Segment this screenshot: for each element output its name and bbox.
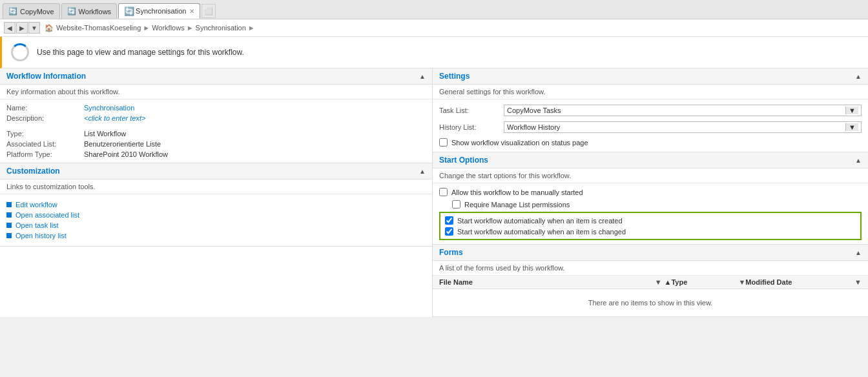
history-list-row: History List: Workflow History ▼ [433,119,868,136]
start-options-collapse[interactable]: ▲ [855,157,862,164]
main-content: Workflow Information ▲ Key information a… [0,68,868,317]
task-list-arrow: ▼ [845,107,858,114]
forms-table-header: File Name ▼ ▲ Type ▼ Modified Date ▼ [433,276,868,289]
info-row-type: Type: List Workflow [6,128,426,139]
forms-collapse[interactable]: ▲ [855,249,862,256]
show-visualization-checkbox[interactable] [439,138,448,147]
tab-copymove[interactable]: 🔄 CopyMove [3,3,60,19]
bullet-icon-task [6,223,12,228]
customization-title: Customization [6,167,60,176]
start-options-desc: Change the start options for this workfl… [433,168,868,183]
start-option-changed: Start workflow automatically when an ite… [442,226,858,237]
forms-desc: A list of the forms used by this workflo… [433,261,868,276]
workflow-platform-value: SharePoint 2010 Workflow [84,150,168,158]
start-options-header: Start Options ▲ [433,152,868,168]
start-option-created: Start workflow automatically when an ite… [442,215,858,226]
workflow-info-section: Workflow Information ▲ Key information a… [0,68,432,163]
forms-section: Forms ▲ A list of the forms used by this… [433,245,868,317]
customization-desc: Links to customization tools. [0,179,432,194]
customization-links: Edit workflow Open associated list Open … [0,194,432,246]
breadcrumb-sep-2: ► [187,24,194,32]
left-panel: Workflow Information ▲ Key information a… [0,68,433,317]
info-row-name: Name: Synchronisation [6,103,426,113]
tab-bar: 🔄 CopyMove 🔄 Workflows 🔄 Synchronisation… [0,0,868,19]
info-row-platform: Platform Type: SharePoint 2010 Workflow [6,149,426,159]
task-list-select[interactable]: CopyMove Tasks ▼ [504,105,862,116]
workflow-name-link[interactable]: Synchronisation [84,104,134,112]
forms-empty-message: There are no items to show in this view. [433,289,868,316]
customization-section: Customization ▲ Links to customization t… [0,163,432,247]
start-options-title: Start Options [439,156,488,165]
customization-collapse[interactable]: ▲ [419,168,426,175]
settings-desc: General settings for this workflow. [433,85,868,99]
highlighted-options-box: Start workflow automatically when an ite… [439,212,862,240]
workflows-tab-icon: 🔄 [67,7,76,16]
page-header-icon [10,42,30,63]
new-tab-icon: ⬜ [204,7,213,15]
page-header: Use this page to view and manage setting… [0,37,868,68]
breadcrumb-item-synchronisation[interactable]: Synchronisation [196,24,246,32]
workflow-info-header: Workflow Information ▲ [0,68,432,85]
workflow-type-value: List Workflow [84,130,126,138]
forms-col-sort-icon: ▲ [665,278,672,286]
breadcrumb-item-workflows[interactable]: Workflows [152,24,185,32]
forms-col-type: Type [671,278,736,286]
new-tab-button[interactable]: ⬜ [202,4,216,18]
link-edit-workflow: Edit workflow [6,199,426,210]
forms-col-modified: Modified Date [745,278,852,286]
forms-col-filename-arrow[interactable]: ▼ [655,278,662,286]
settings-header: Settings ▲ [433,68,868,85]
forms-title: Forms [439,248,463,257]
settings-title: Settings [439,72,470,81]
auto-changed-checkbox[interactable] [445,227,453,236]
show-visualization-row: Show workflow visualization on status pa… [433,136,868,149]
breadcrumb: 🏠 Website-ThomasKoeseling ► Workflows ► … [45,24,257,32]
spinner-icon [11,43,29,61]
require-manage-checkbox[interactable] [452,200,460,209]
tab-synchronisation[interactable]: 🔄 Synchronisation ✕ [118,3,200,19]
tab-workflows[interactable]: 🔄 Workflows [61,3,118,19]
bullet-icon-history [6,233,12,238]
link-open-task-list: Open task list [6,220,426,230]
settings-section: Settings ▲ General settings for this wor… [433,68,868,152]
link-open-history-list: Open history list [6,230,426,241]
down-button[interactable]: ▼ [28,22,40,34]
info-row-description: Description: <click to enter text> [6,113,426,123]
link-open-associated-list: Open associated list [6,210,426,220]
forms-col-type-arrow[interactable]: ▼ [738,278,745,286]
workflow-info-title: Workflow Information [6,72,86,81]
bullet-icon-associated [6,212,12,218]
workflow-info-desc: Key information about this workflow. [0,85,432,99]
edit-workflow-link[interactable]: Edit workflow [16,201,57,209]
info-row-associated-list: Associated List: Benutzerorientierte Lis… [6,139,426,149]
start-option-require-manage: Require Manage List permissions [433,198,868,210]
manually-started-checkbox[interactable] [439,188,448,196]
settings-collapse[interactable]: ▲ [855,73,862,80]
open-task-list-link[interactable]: Open task list [16,221,59,229]
open-associated-list-link[interactable]: Open associated list [16,211,79,219]
workflow-associated-list-value: Benutzerorientierte Liste [84,140,161,148]
back-button[interactable]: ◀ [4,22,16,34]
sync-tab-icon: 🔄 [124,6,133,15]
forward-button[interactable]: ▶ [16,22,28,34]
workflow-info-table: Name: Synchronisation Description: <clic… [0,99,432,163]
forms-col-modified-arrow[interactable]: ▼ [854,278,862,286]
nav-controls: ◀ ▶ ▼ [4,22,41,34]
breadcrumb-item-website[interactable]: Website-ThomasKoeseling [56,24,141,32]
breadcrumb-sep-1: ► [143,24,150,32]
forms-header: Forms ▲ [433,245,868,261]
bullet-icon-edit [6,202,12,207]
task-list-row: Task List: CopyMove Tasks ▼ [433,102,868,119]
breadcrumb-sep-3: ► [248,24,255,32]
workflow-description-link[interactable]: <click to enter text> [84,114,145,122]
tab-close-icon[interactable]: ✕ [189,8,194,15]
start-options-section: Start Options ▲ Change the start options… [433,152,868,245]
auto-created-checkbox[interactable] [445,216,453,225]
open-history-list-link[interactable]: Open history list [16,232,67,239]
history-list-select[interactable]: Workflow History ▼ [504,121,862,133]
forms-col-filename: File Name [439,278,652,286]
start-option-manually: Allow this workflow to be manually start… [433,186,868,198]
workflow-info-collapse[interactable]: ▲ [419,73,426,80]
customization-header: Customization ▲ [0,163,432,179]
copymove-tab-icon: 🔄 [8,7,17,16]
